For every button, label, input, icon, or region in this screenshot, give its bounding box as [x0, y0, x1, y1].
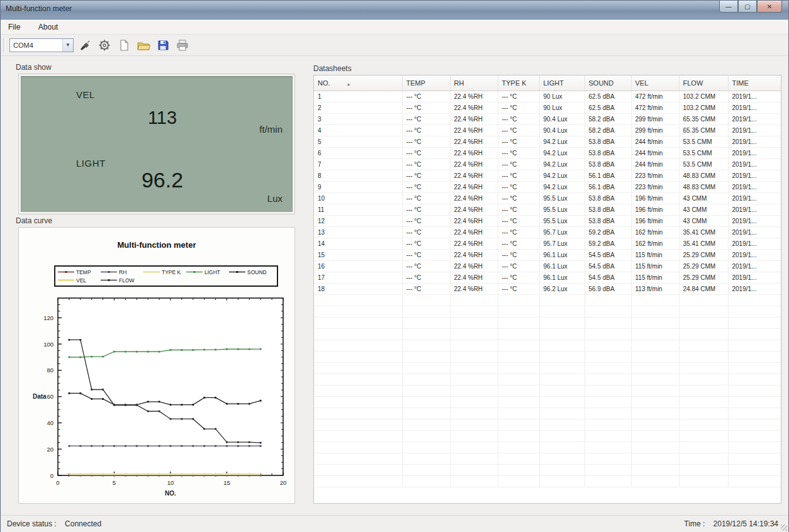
menu-file[interactable]: File: [1, 20, 28, 34]
table-cell: --- °C: [402, 158, 450, 170]
table-cell: [631, 396, 679, 407]
table-cell: 22.4 %RH: [450, 113, 498, 125]
table-cell: [679, 385, 728, 396]
column-header-type-k[interactable]: TYPE K: [498, 75, 539, 91]
table-cell: 95.5 Lux: [539, 215, 585, 226]
table-cell: [498, 340, 539, 351]
table-row-empty[interactable]: [314, 374, 781, 385]
resize-grip[interactable]: [781, 524, 787, 531]
settings-button[interactable]: [96, 37, 113, 53]
table-cell: --- °C: [498, 125, 539, 136]
table-cell: [450, 351, 498, 362]
table-cell: [631, 464, 679, 475]
table-cell: 5: [314, 136, 402, 147]
table-cell: [450, 475, 498, 487]
close-icon: ✕: [767, 3, 772, 10]
table-row-empty[interactable]: [314, 419, 781, 430]
table-row-empty[interactable]: [314, 453, 781, 464]
table-cell: 162 ft/min: [631, 238, 679, 249]
table-row[interactable]: 8--- °C22.4 %RH--- °C94.2 Lux56.1 dBA223…: [314, 170, 781, 181]
table-row-empty[interactable]: [314, 441, 781, 453]
table-cell: 22.4 %RH: [450, 102, 498, 113]
table-cell: [728, 340, 781, 351]
connect-button[interactable]: [77, 37, 93, 53]
close-button[interactable]: ✕: [757, 1, 782, 13]
table-cell: [539, 340, 585, 351]
table-cell: [498, 351, 539, 362]
table-row-empty[interactable]: [314, 340, 781, 351]
table-row-empty[interactable]: [314, 306, 781, 317]
column-header-light[interactable]: LIGHT: [539, 75, 585, 91]
column-header-sound[interactable]: SOUND: [585, 75, 631, 91]
print-button[interactable]: [174, 37, 191, 53]
table-row[interactable]: 12--- °C22.4 %RH--- °C95.5 Lux53.8 dBA19…: [314, 215, 781, 226]
maximize-button[interactable]: ▢: [738, 1, 757, 13]
column-header-rh[interactable]: RH: [450, 75, 498, 91]
table-row[interactable]: 17--- °C22.4 %RH--- °C96.1 Lux54.5 dBA11…: [314, 272, 781, 283]
table-cell: [539, 441, 585, 453]
table-cell: --- °C: [498, 181, 539, 192]
table-row[interactable]: 6--- °C22.4 %RH--- °C94.2 Lux53.8 dBA244…: [314, 147, 781, 158]
table-cell: [450, 328, 498, 340]
table-row[interactable]: 7--- °C22.4 %RH--- °C94.2 Lux53.8 dBA244…: [314, 158, 781, 170]
table-cell: [631, 317, 679, 328]
table-cell: [314, 328, 402, 340]
table-row-empty[interactable]: [314, 362, 781, 374]
table-row-empty[interactable]: [314, 475, 781, 487]
table-cell: [314, 475, 402, 487]
table-row[interactable]: 15--- °C22.4 %RH--- °C96.1 Lux54.5 dBA11…: [314, 249, 781, 260]
table-cell: --- °C: [498, 226, 539, 238]
table-cell: 96.2 Lux: [539, 283, 585, 294]
table-cell: 196 ft/min: [631, 215, 679, 226]
table-cell: [679, 328, 728, 340]
table-row[interactable]: 18--- °C22.4 %RH--- °C96.2 Lux56.9 dBA11…: [314, 283, 781, 294]
table-row[interactable]: 10--- °C22.4 %RH--- °C95.5 Lux53.8 dBA19…: [314, 192, 781, 204]
table-row[interactable]: 13--- °C22.4 %RH--- °C95.7 Lux59.2 dBA16…: [314, 226, 781, 238]
column-header-no[interactable]: NO.▲: [314, 75, 402, 91]
table-cell: 2019/1...: [728, 215, 781, 226]
title-bar[interactable]: Multi-function meter — ▢ ✕: [1, 1, 788, 19]
table-row[interactable]: 16--- °C22.4 %RH--- °C96.1 Lux54.5 dBA11…: [314, 260, 781, 272]
table-cell: [450, 385, 498, 396]
column-header-time[interactable]: TIME: [728, 75, 781, 91]
table-row-empty[interactable]: [314, 396, 781, 407]
table-row[interactable]: 9--- °C22.4 %RH--- °C94.2 Lux56.1 dBA223…: [314, 181, 781, 192]
column-header-flow[interactable]: FLOW: [679, 75, 728, 91]
table-row-empty[interactable]: [314, 294, 781, 306]
table-cell: 299 ft/min: [631, 125, 679, 136]
minimize-button[interactable]: —: [719, 1, 738, 13]
table-cell: 43 CMM: [679, 215, 728, 226]
table-row[interactable]: 14--- °C22.4 %RH--- °C95.7 Lux59.2 dBA16…: [314, 238, 781, 249]
table-row-empty[interactable]: [314, 351, 781, 362]
table-row[interactable]: 1--- °C22.4 %RH--- °C90 Lux62.5 dBA472 f…: [314, 91, 781, 102]
table-cell: [539, 430, 585, 441]
new-file-button[interactable]: [116, 37, 132, 53]
table-row-empty[interactable]: [314, 385, 781, 396]
table-row-empty[interactable]: [314, 328, 781, 340]
table-row[interactable]: 4--- °C22.4 %RH--- °C90.4 Lux58.2 dBA299…: [314, 125, 781, 136]
column-header-vel[interactable]: VEL: [631, 75, 679, 91]
table-row[interactable]: 11--- °C22.4 %RH--- °C95.5 Lux53.8 dBA19…: [314, 204, 781, 215]
table-row[interactable]: 3--- °C22.4 %RH--- °C90.4 Lux58.2 dBA299…: [314, 113, 781, 125]
table-row[interactable]: 2--- °C22.4 %RH--- °C90 Lux62.5 dBA472 f…: [314, 102, 781, 113]
menu-about[interactable]: About: [31, 20, 65, 34]
toolbar-grip[interactable]: [3, 38, 6, 52]
table-cell: 2019/1...: [728, 91, 781, 102]
chevron-down-icon[interactable]: ▼: [62, 39, 73, 52]
table-cell: --- °C: [402, 192, 450, 204]
table-row-empty[interactable]: [314, 317, 781, 328]
table-row-empty[interactable]: [314, 430, 781, 441]
table-cell: 53.5 CMM: [679, 136, 728, 147]
save-button[interactable]: [155, 37, 171, 53]
table-row-empty[interactable]: [314, 407, 781, 419]
open-file-button[interactable]: [135, 37, 152, 53]
table-row[interactable]: 5--- °C22.4 %RH--- °C94.2 Lux53.8 dBA244…: [314, 136, 781, 147]
datasheets-panel: NO.▲TEMPRHTYPE KLIGHTSOUNDVELFLOWTIME1--…: [313, 75, 781, 504]
table-row-empty[interactable]: [314, 464, 781, 475]
table-cell: --- °C: [402, 147, 450, 158]
com-port-select[interactable]: COM4 ▼: [9, 38, 74, 52]
app-window: Multi-function meter — ▢ ✕ File About CO…: [0, 0, 789, 532]
table-cell: 115 ft/min: [631, 272, 679, 283]
column-header-temp[interactable]: TEMP: [402, 75, 450, 91]
table-cell: --- °C: [498, 215, 539, 226]
